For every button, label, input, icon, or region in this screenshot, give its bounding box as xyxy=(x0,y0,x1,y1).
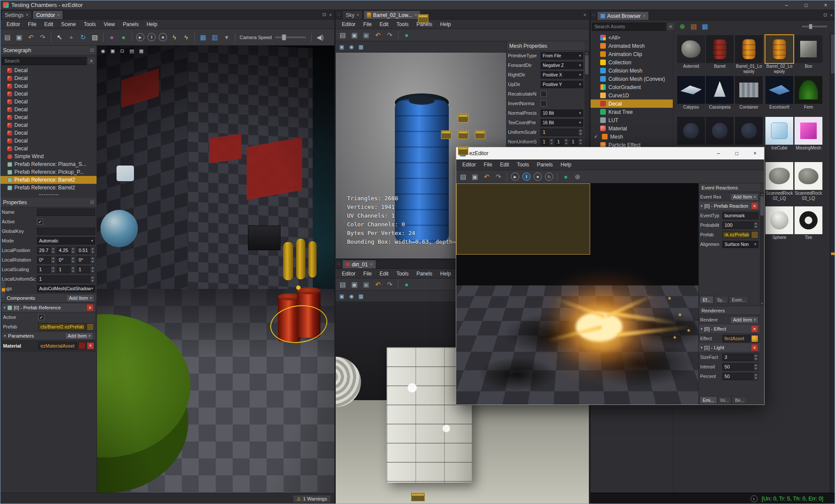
attach-icon[interactable]: ⊕ xyxy=(572,172,583,182)
localposition-z-spinner[interactable]: 0.51▴▾ xyxy=(77,247,95,254)
tab-ef[interactable]: Ef... xyxy=(700,296,714,304)
alignmen-select[interactable]: Surface Non▾ xyxy=(722,241,758,248)
fullscreen-icon[interactable]: ⊡ xyxy=(119,47,126,54)
scale-tool-icon[interactable]: ▧ xyxy=(90,32,100,43)
audio-icon[interactable]: ◀) xyxy=(315,32,325,43)
asset-search-input[interactable] xyxy=(592,23,666,31)
scene-node-decal[interactable]: Decal xyxy=(0,121,97,129)
app-titlebar[interactable]: Testing Chambers - ezEditor – □ × xyxy=(0,0,835,10)
asset-actions-icon[interactable]: ● xyxy=(401,279,412,290)
spin-up-icon[interactable]: ▴ xyxy=(51,247,55,251)
menu-file[interactable]: File xyxy=(360,20,375,28)
save-icon[interactable]: ▤ xyxy=(337,279,348,290)
scroll-down-icon[interactable]: ▾ xyxy=(761,302,762,305)
slider-knob[interactable] xyxy=(809,24,812,29)
asset-icecube[interactable]: IceCube xyxy=(765,117,793,156)
asset-actions-icon[interactable]: ● xyxy=(561,172,571,182)
scene-node-prefab-reference-plasma-s[interactable]: Prefab Reference: Plasma_S... xyxy=(0,160,97,168)
prefab-browse-button[interactable] xyxy=(87,323,94,331)
redo-icon[interactable]: ↷ xyxy=(493,172,504,182)
asset-missingmesh[interactable]: MissingMesh xyxy=(795,117,822,156)
minimize-button[interactable]: – xyxy=(777,0,796,10)
render-mode-icon[interactable]: ▣ xyxy=(337,292,346,301)
spin-down-icon[interactable]: ▾ xyxy=(578,142,583,145)
menu-view[interactable]: View xyxy=(100,20,118,28)
primitivetype-select[interactable]: From File▾ xyxy=(541,52,583,60)
menu-edit[interactable]: Edit xyxy=(376,20,392,28)
asset-grid-scrollbar[interactable] xyxy=(830,33,835,493)
menu-panels[interactable]: Panels xyxy=(119,20,142,28)
spin-down-icon[interactable]: ▾ xyxy=(51,250,55,254)
light-item-header[interactable]: ▾ [1] - Light × xyxy=(699,343,760,352)
nonuniforms-y-spinner[interactable]: 1▴▾ xyxy=(555,138,568,146)
scene-node-decal[interactable]: Decal xyxy=(0,74,97,82)
asset-container[interactable]: Container xyxy=(735,76,763,115)
simulate-icon[interactable]: ϟ xyxy=(169,32,180,43)
scene-node-prefab-reference-pickup-p[interactable]: Prefab Reference: Pickup_P... xyxy=(0,168,97,176)
spin-up-icon[interactable]: ▴ xyxy=(90,266,95,270)
active-checkbox[interactable]: ✓ xyxy=(37,219,43,225)
effect-item-header[interactable]: ▾ [0] - Effect × xyxy=(699,325,760,334)
asset-type-collision-mesh[interactable]: Collision Mesh xyxy=(591,66,673,75)
spin-up-icon[interactable]: ▴ xyxy=(71,247,75,251)
menu-editor[interactable]: Editor xyxy=(338,20,359,28)
undo-icon[interactable]: ↶ xyxy=(26,32,36,43)
menu-file[interactable]: File xyxy=(360,270,375,278)
duplicate-icon[interactable]: ▣ xyxy=(361,30,371,40)
scene-node-decal[interactable]: Decal xyxy=(0,98,97,106)
spin-down-icon[interactable]: ▾ xyxy=(564,142,568,145)
close-panel-icon[interactable]: × xyxy=(329,12,332,17)
tab-asset-browser[interactable]: Asset Browser× xyxy=(597,11,649,20)
copy-icon[interactable]: ▣ xyxy=(349,279,360,290)
asset-barrel-01-lowpoly[interactable]: Barrel_01_Lowpoly xyxy=(735,35,763,74)
undo-icon[interactable]: ↶ xyxy=(373,30,383,40)
localscaling-z-spinner[interactable]: 1▴▾ xyxy=(77,266,95,273)
menu-edit[interactable]: Edit xyxy=(376,270,392,278)
scroll-thumb[interactable] xyxy=(760,196,764,216)
rightdir-select[interactable]: Positive X▾ xyxy=(541,71,583,79)
camera-views-icon[interactable]: ◉ xyxy=(347,43,356,51)
save-icon[interactable]: ▤ xyxy=(458,172,468,182)
clear-search-icon[interactable]: × xyxy=(87,57,95,65)
view-mode-icon[interactable]: ▦ xyxy=(700,21,710,32)
spin-down-icon[interactable]: ▾ xyxy=(71,250,75,254)
minimize-button[interactable]: – xyxy=(709,147,728,159)
localrotation-y-spinner[interactable]: 0°▴▾ xyxy=(57,256,75,264)
camera-icon[interactable]: ◉ xyxy=(100,47,107,54)
asset-actions-icon[interactable]: ● xyxy=(401,30,412,40)
render-pipeline-icon[interactable]: ▥ xyxy=(210,32,220,43)
spin-down-icon[interactable]: ▾ xyxy=(51,269,55,273)
camera-speed-slider[interactable] xyxy=(275,36,306,38)
asset-barrel[interactable]: Barrel xyxy=(706,35,734,74)
localscaling-y-spinner[interactable]: 1▴▾ xyxy=(57,266,75,273)
menu-help[interactable]: Help xyxy=(143,20,161,28)
scene-node-prefab-reference-barrel2[interactable]: Prefab Reference: Barrel2 xyxy=(0,176,97,184)
asset-type-material[interactable]: Material xyxy=(591,124,673,133)
loop-sim-icon[interactable]: ↻ xyxy=(545,172,553,181)
prefab-browse-button[interactable] xyxy=(751,231,758,239)
menu-file[interactable]: File xyxy=(480,161,495,169)
grid-icon[interactable]: ▦ xyxy=(357,43,365,51)
pause-sim-icon[interactable]: ‖ xyxy=(522,172,531,181)
name-input[interactable] xyxy=(37,209,95,216)
scene-node-decal[interactable]: Decal xyxy=(0,66,97,74)
asset-type-kraut-tree[interactable]: Kraut Tree xyxy=(591,108,673,116)
uniformscalir-spinner[interactable]: 1▴▾ xyxy=(541,129,583,136)
grid-icon[interactable]: ▦ xyxy=(357,292,365,301)
tab-corridor[interactable]: Corridor× xyxy=(33,10,63,19)
spin-up-icon[interactable]: ▴ xyxy=(578,129,583,133)
new-asset-icon[interactable]: ▤ xyxy=(688,21,699,32)
rotate-tool-icon[interactable]: ↻ xyxy=(78,32,88,43)
spin-up-icon[interactable]: ▴ xyxy=(90,276,95,279)
asset-cassiopeia[interactable]: Cassiopeia xyxy=(706,76,734,115)
prefab-input[interactable]: cts/Barrel2.ezPrefab xyxy=(38,323,86,331)
panel-splitter[interactable] xyxy=(0,192,97,198)
localscaling-x-spinner[interactable]: 1▴▾ xyxy=(37,266,56,273)
scene-node-simple-wind[interactable]: Simple Wind xyxy=(0,153,97,160)
float-panel-icon[interactable]: ⊡ xyxy=(90,200,94,205)
asset-type-decal[interactable]: Decal xyxy=(591,99,673,108)
physics-ball-icon[interactable]: ● xyxy=(107,32,117,43)
add-renderer-button[interactable]: Add Item ▾ xyxy=(730,316,758,324)
import-asset-icon[interactable]: ⊕ xyxy=(677,21,688,32)
close-button[interactable]: × xyxy=(746,147,764,159)
